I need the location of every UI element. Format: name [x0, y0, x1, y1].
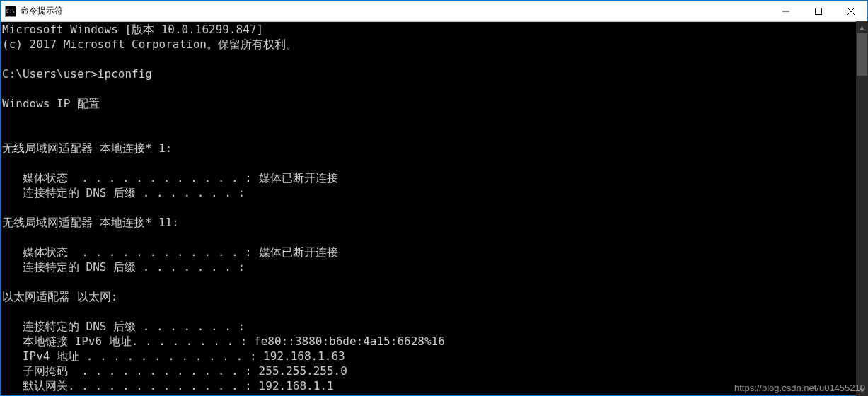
- close-button[interactable]: [835, 1, 867, 21]
- maximize-button[interactable]: [802, 1, 835, 21]
- cmd-window: C:\ 命令提示符 Microsoft Windows [版本 10.0.162…: [0, 0, 868, 396]
- scrollbar-thumb[interactable]: [857, 33, 867, 76]
- minimize-icon: [782, 8, 789, 15]
- scrollbar[interactable]: ▲ ▼: [856, 21, 868, 396]
- watermark-text: https://blog.csdn.net/u01455210: [734, 383, 865, 393]
- titlebar-left: C:\ 命令提示符: [1, 5, 63, 17]
- window-controls: [770, 1, 867, 21]
- maximize-icon: [815, 8, 822, 15]
- window-title: 命令提示符: [21, 5, 63, 17]
- close-icon: [847, 8, 855, 15]
- terminal-output[interactable]: Microsoft Windows [版本 10.0.16299.847] (c…: [1, 22, 867, 395]
- minimize-button[interactable]: [770, 1, 802, 21]
- svg-rect-1: [816, 8, 822, 14]
- titlebar[interactable]: C:\ 命令提示符: [1, 1, 867, 22]
- cmd-icon: C:\: [5, 6, 16, 17]
- scroll-up-arrow-icon[interactable]: ▲: [856, 21, 868, 33]
